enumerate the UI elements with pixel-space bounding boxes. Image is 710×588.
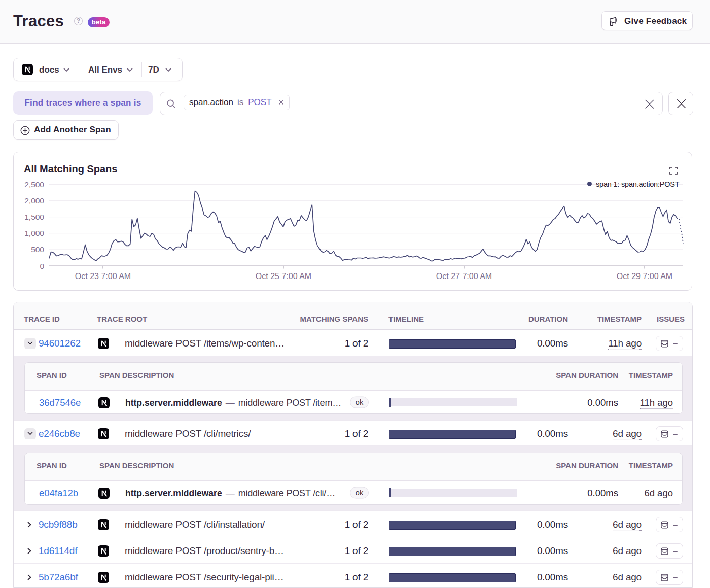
svg-text:Oct 25 7:00 AM: Oct 25 7:00 AM — [256, 272, 311, 281]
svg-text:1,000: 1,000 — [24, 229, 44, 237]
svg-text:Oct 27 7:00 AM: Oct 27 7:00 AM — [436, 272, 492, 281]
svg-text:500: 500 — [31, 245, 44, 254]
svg-text:2,500: 2,500 — [24, 180, 44, 189]
svg-text:Oct 23 7:00 AM: Oct 23 7:00 AM — [75, 272, 131, 281]
svg-text:0: 0 — [40, 262, 44, 270]
svg-text:Oct 29 7:00 AM: Oct 29 7:00 AM — [617, 272, 672, 281]
svg-text:2,000: 2,000 — [24, 196, 44, 205]
svg-text:1,500: 1,500 — [24, 213, 44, 221]
